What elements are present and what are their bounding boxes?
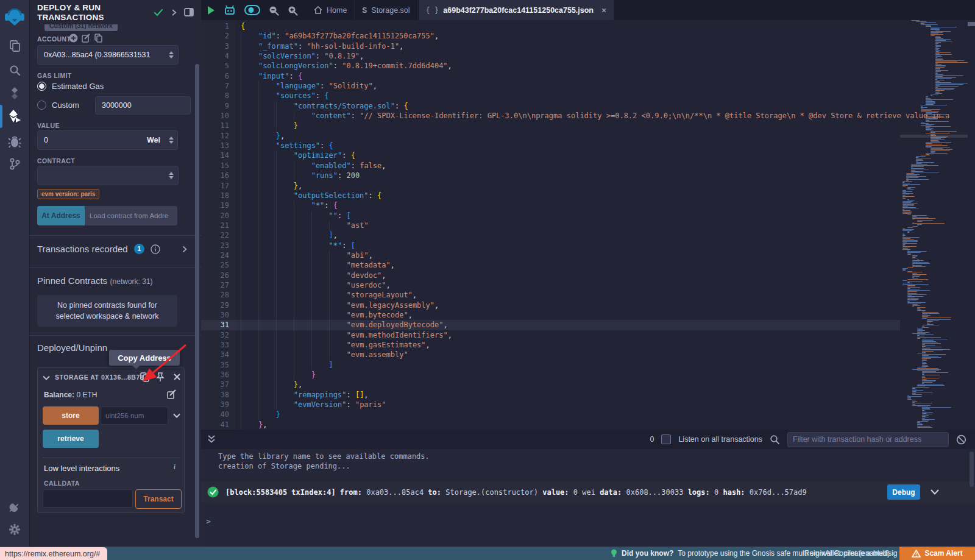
solidity-compiler-icon[interactable] bbox=[0, 84, 29, 105]
scam-alert-button[interactable]: Scam Alert bbox=[899, 547, 975, 560]
code-line[interactable]: 25"metadata", bbox=[201, 260, 900, 270]
custom-gas-radio[interactable] bbox=[37, 101, 46, 110]
code-line[interactable]: 13"settings": { bbox=[201, 141, 900, 151]
search-icon[interactable] bbox=[0, 60, 29, 80]
calldata-input[interactable] bbox=[43, 489, 133, 508]
code-line[interactable]: 33"evm.gasEstimates", bbox=[201, 340, 900, 350]
transaction-log-row[interactable]: [block:5583405 txIndex:4] from: 0xa03...… bbox=[201, 481, 975, 503]
code-line[interactable]: 21"ast" bbox=[201, 221, 900, 230]
estimated-gas-radio[interactable] bbox=[37, 82, 46, 91]
code-line[interactable]: 36} bbox=[201, 370, 900, 380]
store-function-button[interactable]: store bbox=[43, 406, 99, 425]
value-input[interactable] bbox=[37, 130, 154, 150]
code-line[interactable]: 26"devdoc", bbox=[201, 271, 900, 280]
ai-copilot-robot-icon[interactable] bbox=[223, 4, 236, 16]
code-line[interactable]: 27"userdoc", bbox=[201, 280, 900, 290]
tab-build-info-json[interactable]: { } a69b43f277ba20fcac141151250ca755.jso… bbox=[418, 0, 615, 20]
collapse-contract-chevron-icon[interactable] bbox=[43, 375, 50, 380]
contract-stepper-icon[interactable] bbox=[169, 172, 178, 179]
code-line[interactable]: 6"input": { bbox=[201, 71, 900, 81]
copy-address-icon[interactable] bbox=[140, 372, 149, 382]
clear-console-icon[interactable] bbox=[956, 434, 966, 445]
deploy-and-run-icon[interactable] bbox=[0, 105, 29, 128]
retrieve-function-button[interactable]: retrieve bbox=[43, 430, 99, 448]
expand-tx-chevron-icon[interactable] bbox=[930, 489, 940, 495]
code-line[interactable]: 7"language": "Solidity", bbox=[201, 81, 900, 91]
copilot-toggle-icon[interactable] bbox=[244, 5, 260, 15]
code-line[interactable]: 19"*": { bbox=[201, 200, 900, 210]
account-select[interactable]: 0xA03...85ac4 (0.39866531531 bbox=[37, 45, 179, 65]
run-script-icon[interactable] bbox=[207, 5, 215, 15]
custom-gas-option[interactable]: Custom bbox=[37, 101, 79, 110]
terminal-prompt[interactable]: > bbox=[206, 517, 211, 526]
terminal-search-icon[interactable] bbox=[770, 434, 780, 445]
code-line[interactable]: 37}, bbox=[201, 380, 900, 389]
code-line[interactable]: 34"evm.assembly" bbox=[201, 350, 900, 360]
code-line[interactable]: 3"_format": "hh-sol-build-info-1", bbox=[201, 41, 900, 51]
transact-button[interactable]: Transact bbox=[135, 489, 182, 509]
account-stepper-icon[interactable] bbox=[169, 51, 178, 58]
code-editor[interactable]: 1{2"id": "a69b43f277ba20fcac141151250ca7… bbox=[201, 20, 975, 430]
code-line[interactable]: 39"evmVersion": "paris" bbox=[201, 400, 900, 409]
code-line[interactable]: 10"content": "// SPDX-License-Identifier… bbox=[201, 111, 900, 121]
listen-transactions-checkbox[interactable] bbox=[661, 434, 671, 444]
zoom-out-icon[interactable] bbox=[268, 5, 279, 16]
code-line[interactable]: 41}, bbox=[201, 420, 900, 430]
code-line[interactable]: 38"remappings": [], bbox=[201, 390, 900, 400]
terminal-scrollbar-thumb[interactable] bbox=[970, 452, 974, 487]
close-tab-icon[interactable]: × bbox=[601, 5, 606, 15]
code-line[interactable]: 2"id": "a69b43f277ba20fcac141151250ca755… bbox=[201, 31, 900, 41]
code-line[interactable]: 8"sources": { bbox=[201, 91, 900, 101]
code-line[interactable]: 15"enabled": false, bbox=[201, 161, 900, 171]
create-account-icon[interactable] bbox=[69, 34, 78, 43]
plugin-manager-icon[interactable] bbox=[0, 497, 29, 518]
close-contract-icon[interactable] bbox=[173, 373, 181, 381]
code-line[interactable]: 4"solcVersion": "0.8.19", bbox=[201, 51, 900, 61]
panel-scrollbar[interactable] bbox=[195, 64, 199, 538]
code-line[interactable]: 11} bbox=[201, 121, 900, 130]
code-line[interactable]: 31"evm.deployedBytecode", bbox=[201, 320, 900, 330]
file-explorer-icon[interactable] bbox=[0, 35, 29, 56]
code-line[interactable]: 14"optimizer": { bbox=[201, 151, 900, 160]
copilot-status[interactable]: RemixAI Copilot (enabled) bbox=[804, 547, 890, 560]
code-line[interactable]: 35] bbox=[201, 360, 900, 370]
store-argument-input[interactable]: uint256 num bbox=[100, 406, 168, 425]
code-line[interactable]: 20"": [ bbox=[201, 211, 900, 221]
code-line[interactable]: 23"*": [ bbox=[201, 241, 900, 250]
collapse-terminal-icon[interactable] bbox=[207, 434, 216, 444]
estimated-gas-option[interactable]: Estimated Gas bbox=[37, 82, 104, 91]
low-level-info-icon[interactable]: i bbox=[174, 463, 176, 472]
info-icon[interactable] bbox=[151, 244, 160, 254]
tab-storage-sol[interactable]: S Storage.sol bbox=[355, 0, 417, 20]
zoom-in-icon[interactable] bbox=[287, 5, 298, 16]
code-line[interactable]: 24"abi", bbox=[201, 250, 900, 260]
at-address-button[interactable]: At Address bbox=[37, 206, 85, 225]
value-unit-select[interactable]: Wei bbox=[141, 130, 178, 150]
transaction-filter-input[interactable] bbox=[787, 432, 949, 447]
pin-panel-icon[interactable] bbox=[184, 8, 194, 16]
code-line[interactable]: 16"runs": 200 bbox=[201, 171, 900, 180]
tab-home[interactable]: Home bbox=[307, 0, 355, 20]
code-line[interactable]: 40} bbox=[201, 409, 900, 419]
load-contract-address-input[interactable]: Load contract from Addre bbox=[85, 206, 177, 225]
value-unit-stepper-icon[interactable] bbox=[169, 136, 177, 144]
editor-minimap[interactable] bbox=[900, 20, 968, 430]
expand-store-chevron-icon[interactable] bbox=[173, 413, 180, 418]
debugger-icon[interactable] bbox=[0, 132, 29, 152]
code-line[interactable]: 9"contracts/Storage.sol": { bbox=[201, 101, 900, 111]
git-icon[interactable] bbox=[0, 154, 29, 174]
code-line[interactable]: 17}, bbox=[201, 181, 900, 191]
code-line[interactable]: 22], bbox=[201, 230, 900, 240]
expand-recorded-chevron-icon[interactable] bbox=[182, 246, 187, 253]
code-line[interactable]: 18"outputSelection": { bbox=[201, 191, 900, 200]
edit-balance-icon[interactable] bbox=[167, 389, 177, 399]
code-line[interactable]: 29"evm.legacyAssembly", bbox=[201, 300, 900, 310]
contract-select[interactable] bbox=[37, 166, 179, 185]
panel-chevron-right-icon[interactable] bbox=[171, 9, 177, 16]
code-line[interactable]: 28"storageLayout", bbox=[201, 290, 900, 300]
remix-logo-icon[interactable] bbox=[0, 5, 29, 29]
sign-message-icon[interactable] bbox=[82, 34, 91, 43]
copy-account-icon[interactable] bbox=[94, 34, 103, 43]
code-line[interactable]: 1{ bbox=[201, 21, 900, 31]
code-line[interactable]: 12}, bbox=[201, 131, 900, 141]
